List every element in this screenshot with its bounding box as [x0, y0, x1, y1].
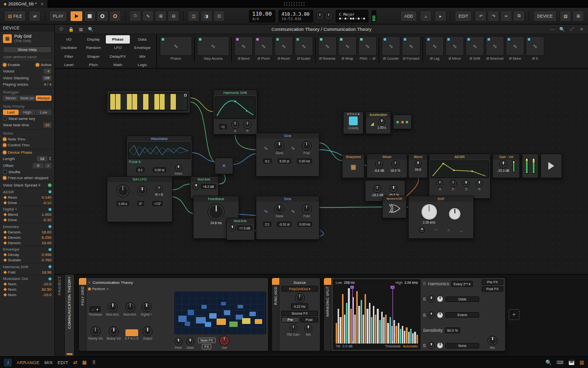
- key-value[interactable]: C Major: [339, 12, 355, 17]
- low-freq-value[interactable]: 208 Hz: [344, 281, 355, 284]
- ratio-select[interactable]: 6:1: [263, 159, 271, 163]
- mix-knob[interactable]: [304, 324, 312, 332]
- module-category-tab[interactable]: I/O: [57, 35, 81, 44]
- palette-module-tile[interactable]: ∿ Ø Scaler: [294, 36, 313, 60]
- pre-button[interactable]: Pre: [281, 317, 299, 322]
- module-sharpness[interactable]: Sharpness ▦: [342, 154, 365, 178]
- layout-edit-button[interactable]: ⊡: [213, 11, 225, 22]
- stop-button[interactable]: [84, 11, 96, 22]
- segment-option[interactable]: Never: [3, 95, 19, 101]
- module-category-tab[interactable]: Level: [57, 61, 81, 69]
- level-knob[interactable]: [373, 185, 381, 193]
- preset-menu-icon[interactable]: ≡: [88, 280, 91, 285]
- mix-view-button[interactable]: MIX: [45, 360, 53, 365]
- module-wavetable[interactable]: Wavetable Pulsar A 6:1 0.00 st Index: [126, 136, 192, 177]
- segment-option[interactable]: High: [19, 110, 35, 115]
- rate-knob[interactable]: [117, 184, 129, 197]
- palette-module-tile[interactable]: ∿ Step Access: [197, 36, 229, 60]
- freerun-toggle[interactable]: [3, 176, 6, 180]
- sensitivity-value[interactable]: 50.0 %: [445, 327, 461, 333]
- attack-knob[interactable]: [231, 121, 239, 129]
- poly-grid-display[interactable]: [174, 292, 266, 334]
- device-poly-grid[interactable]: POLY GRID ≡ Communication Theory Perform…: [78, 277, 269, 351]
- bandpass-icon[interactable]: ∩: [447, 228, 450, 232]
- pre-fx-button[interactable]: Pre FX: [482, 279, 503, 285]
- module-sine-1[interactable]: Sine ∿ Skew ∿ Fold 6:1 5.00 st 0.00 Hz: [256, 133, 319, 177]
- wavetable-name[interactable]: Pulsar A: [127, 160, 192, 163]
- palette-module-tile[interactable]: ∿ Phasor: [160, 36, 192, 60]
- segment-option[interactable]: Low: [36, 110, 51, 115]
- ring-mod-strip[interactable]: RING-MOD: [272, 278, 279, 351]
- palette-module-tile[interactable]: ∿ Ø Reset: [274, 36, 293, 60]
- lowpass-icon[interactable]: ◠: [435, 228, 438, 232]
- piano-keyboard-icon[interactable]: 🎹: [568, 360, 574, 365]
- param-row[interactable]: Num. 82.50: [0, 287, 54, 292]
- tune-value[interactable]: 5.00 st: [278, 159, 292, 163]
- spread-mod-icon[interactable]: [48, 184, 51, 187]
- edit-view-button[interactable]: EDIT: [58, 360, 69, 365]
- beavy-vol-knob[interactable]: [109, 326, 119, 336]
- phase-value[interactable]: 0°: [137, 201, 144, 206]
- amount-knob[interactable]: [390, 185, 397, 193]
- nons-gain-knob[interactable]: [428, 342, 435, 349]
- timebase-select[interactable]: ♩ ▾: [90, 306, 100, 312]
- enable-toggle[interactable]: [3, 63, 6, 67]
- fold-knob[interactable]: [302, 141, 312, 151]
- module-mixer[interactable]: Mixer -6.6 dB 18.0 %: [367, 154, 408, 178]
- palette-module-tile[interactable]: ∿ Ø Lag: [425, 36, 444, 60]
- param-row[interactable]: Decay 0.596: [0, 252, 54, 257]
- evens-button[interactable]: Evens: [445, 312, 479, 318]
- expand-device-button[interactable]: ⊞: [572, 11, 584, 22]
- module-blend[interactable]: Blend 94.6: [408, 154, 428, 178]
- offset-value[interactable]: +73°: [152, 201, 163, 206]
- song-position[interactable]: 410.3.3.80: [282, 11, 310, 17]
- param-row[interactable]: Num. -10.0: [0, 292, 54, 298]
- sustain-knob[interactable]: [463, 180, 469, 187]
- high-freq-value[interactable]: 2.04 kHz: [404, 281, 418, 284]
- io-panel-button[interactable]: ⇄: [29, 11, 41, 22]
- poly-grid-strip[interactable]: POLY GRID: [79, 278, 86, 351]
- mod-amt-knob-2[interactable]: [125, 302, 135, 312]
- device-enable-toggle[interactable]: [79, 278, 86, 285]
- post-button[interactable]: Post: [300, 317, 318, 322]
- param-group-header[interactable]: Digital +: [0, 206, 54, 212]
- spectrum-display[interactable]: Low208 Hz High2.04 kHz L H Tilt0.0 dB Th…: [333, 279, 420, 349]
- device-phase-toggle[interactable]: [3, 151, 6, 154]
- voices-row[interactable]: Voices4: [0, 68, 54, 74]
- module-category-tab[interactable]: Filter: [57, 52, 81, 61]
- index-knob[interactable]: [175, 164, 182, 171]
- port-green[interactable]: [396, 121, 399, 123]
- add-device-button[interactable]: +: [509, 309, 519, 320]
- play-button[interactable]: [70, 11, 83, 22]
- arrange-view-button[interactable]: ARRANGE: [17, 360, 40, 365]
- search-icon[interactable]: 🔍: [87, 27, 94, 32]
- project-tab[interactable]: 2026Grid_bb * ×: [0, 0, 48, 8]
- module-beelzexor[interactable]: BeelzeXOR: [382, 196, 407, 218]
- record-button[interactable]: [97, 11, 108, 22]
- computer-keyboard-icon[interactable]: ⌨: [557, 360, 564, 365]
- offset-unit[interactable]: ♪: [45, 163, 51, 168]
- control-thru-toggle[interactable]: [3, 143, 6, 147]
- param-group-header[interactable]: Dmmntrz: [0, 223, 54, 230]
- play-mode-button[interactable]: PLAY: [49, 11, 67, 22]
- mod-amount-knob[interactable]: [193, 183, 199, 190]
- decay-knob[interactable]: [450, 180, 457, 187]
- show-help-button[interactable]: Show Help: [3, 46, 51, 53]
- param-row[interactable]: Denom. 6.250: [0, 235, 54, 240]
- module-category-tab[interactable]: Display: [81, 35, 105, 44]
- gate-steps[interactable]: [109, 93, 188, 111]
- module-sh-lfo[interactable]: S/H LFO N = 6 1.00 s 0° +73°: [107, 176, 172, 222]
- param-group-header[interactable]: Envelope: [0, 246, 54, 253]
- module-meter[interactable]: [522, 154, 539, 178]
- freq-value[interactable]: 0.00 Hz: [297, 159, 312, 163]
- blend-knob[interactable]: [415, 161, 421, 167]
- keytrack-knob[interactable]: [419, 227, 425, 233]
- segment-option[interactable]: Note on: [19, 95, 35, 101]
- module-svf[interactable]: SVF 2.09 kHz ◠ ∩ ◡: [408, 196, 474, 239]
- glide-knob[interactable]: [186, 338, 194, 345]
- param-group-header[interactable]: ADSR: [0, 188, 54, 195]
- module-acceleration[interactable]: Acceleration ◢ 1.55 s: [366, 112, 391, 134]
- note-fx-slot[interactable]: Note FX: [198, 338, 216, 343]
- release-knob[interactable]: [476, 180, 483, 187]
- tune-value[interactable]: 0.00 st: [153, 167, 167, 172]
